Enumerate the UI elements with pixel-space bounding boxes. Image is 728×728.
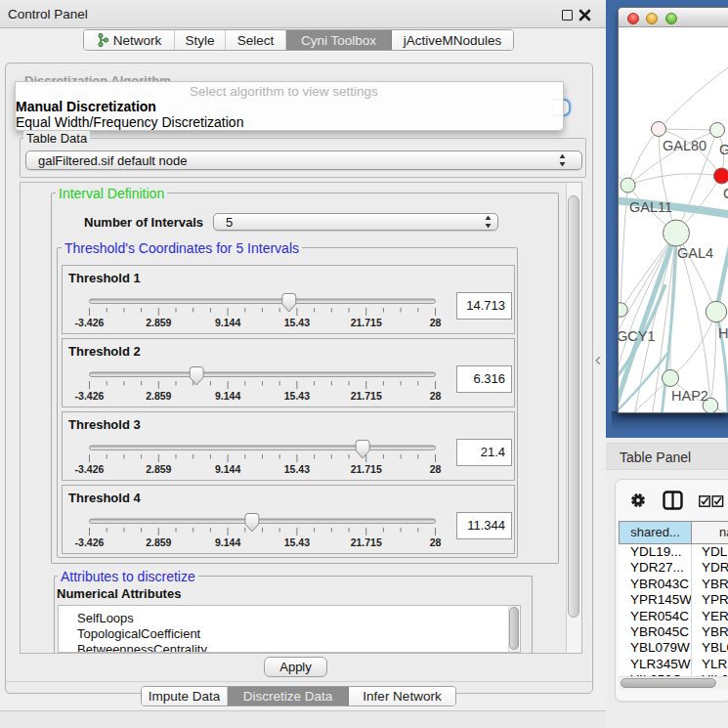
svg-text:GAL4: GAL4	[677, 245, 713, 261]
svg-text:GAL11: GAL11	[629, 199, 672, 215]
svg-text:H: H	[718, 325, 728, 341]
svg-text:GAL80: GAL80	[663, 138, 707, 153]
svg-text:HAP2: HAP2	[671, 388, 708, 404]
svg-text:GA: GA	[719, 142, 728, 157]
svg-text:GCY1: GCY1	[619, 328, 656, 344]
svg-text:C: C	[723, 186, 728, 201]
